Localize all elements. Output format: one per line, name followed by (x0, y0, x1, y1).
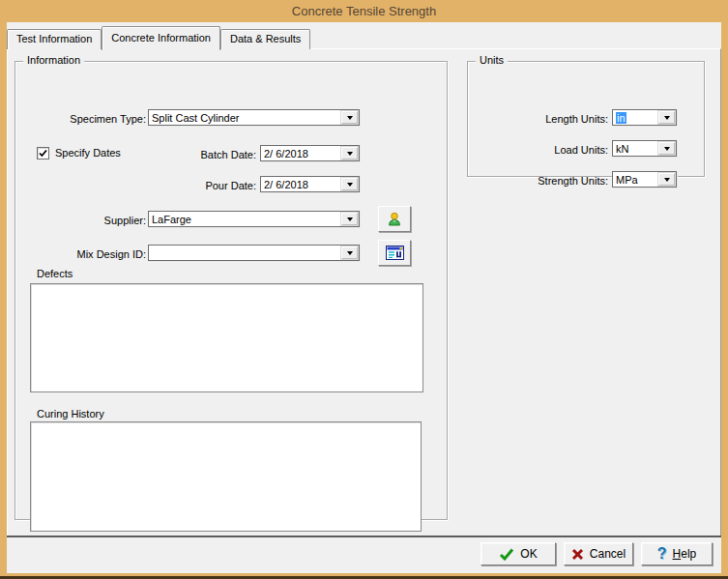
help-button[interactable]: ? Help (641, 542, 713, 565)
check-icon (499, 548, 514, 561)
information-legend: Information (23, 54, 84, 66)
curing-history-label: Curing History (37, 408, 104, 420)
x-icon (571, 548, 584, 561)
window-title: Concrete Tensile Strength (292, 4, 436, 18)
supplier-combobox[interactable]: LaFarge (148, 211, 360, 227)
tab-page-concrete-information: Information Specimen Type: Split Cast Cy… (7, 48, 721, 536)
form-window-icon (386, 246, 404, 260)
question-icon: ? (657, 545, 667, 563)
pour-date-label: Pour Date: (182, 180, 256, 191)
defects-textarea[interactable] (30, 283, 423, 392)
load-units-label: Load Units: (510, 144, 608, 156)
defects-label: Defects (37, 268, 73, 279)
dialog-window: Concrete Tensile Strength Test Informati… (0, 0, 728, 579)
specimen-type-combobox[interactable]: Split Cast Cylinder (148, 109, 360, 126)
chevron-down-icon[interactable] (658, 142, 675, 155)
pour-date-picker[interactable]: 2/ 6/2018 (260, 176, 360, 192)
tab-data-results[interactable]: Data & Results (220, 29, 310, 49)
load-units-combobox[interactable]: kN (612, 140, 677, 157)
units-legend: Units (476, 54, 508, 66)
strength-units-label: Strength Units: (510, 175, 608, 187)
title-bar: Concrete Tensile Strength (0, 0, 728, 22)
specimen-type-label: Specimen Type: (46, 113, 146, 125)
mix-design-id-combobox[interactable] (148, 245, 360, 261)
mix-design-id-label: Mix Design ID: (46, 248, 146, 260)
chevron-down-icon[interactable] (658, 173, 675, 186)
specify-dates-label: Specify Dates (55, 147, 121, 159)
chevron-down-icon[interactable] (341, 111, 358, 124)
button-bar: OK Cancel ? Help (7, 537, 721, 573)
mix-design-lookup-button[interactable] (378, 240, 411, 266)
tab-concrete-information[interactable]: Concrete Information (102, 26, 220, 50)
batch-date-label: Batch Date: (182, 149, 256, 160)
curing-history-textarea[interactable] (30, 421, 422, 532)
specify-dates-checkbox[interactable] (37, 147, 49, 159)
length-units-combobox[interactable]: in (612, 109, 677, 126)
length-units-label: Length Units: (510, 113, 608, 125)
strength-units-combobox[interactable]: MPa (612, 171, 677, 188)
batch-date-picker[interactable]: 2/ 6/2018 (260, 145, 360, 161)
tab-test-information[interactable]: Test Information (7, 29, 102, 49)
checkmark-icon (38, 148, 48, 159)
supplier-lookup-button[interactable] (378, 206, 411, 232)
chevron-down-icon[interactable] (341, 147, 358, 159)
ok-button[interactable]: OK (480, 542, 556, 565)
chevron-down-icon[interactable] (658, 111, 675, 124)
cancel-button[interactable]: Cancel (564, 542, 633, 565)
dialog-client-area: Test Information Concrete Information Da… (7, 22, 721, 573)
tab-strip: Test Information Concrete Information Da… (7, 25, 310, 49)
chevron-down-icon[interactable] (341, 178, 358, 190)
chevron-down-icon[interactable] (341, 246, 358, 259)
supplier-label: Supplier: (46, 215, 146, 226)
person-icon (387, 212, 402, 227)
chevron-down-icon[interactable] (341, 213, 358, 225)
